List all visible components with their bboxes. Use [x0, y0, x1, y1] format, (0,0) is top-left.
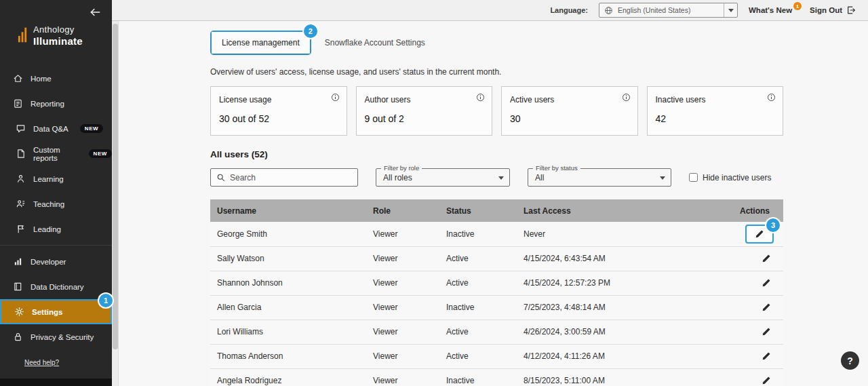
edit-button-highlight: 3	[745, 225, 774, 244]
chevron-down-icon	[728, 9, 734, 12]
cell-last-access: Never	[517, 222, 732, 246]
page-scrollbar-track[interactable]	[112, 21, 119, 386]
settings-tabs: License management 2 Snowflake Account S…	[210, 31, 783, 55]
cell-status: Inactive	[439, 295, 517, 320]
table-header-row: Username Role Status Last Access Actions	[210, 199, 783, 222]
globe-icon	[604, 6, 613, 15]
search-box[interactable]	[210, 168, 358, 187]
reporting-icon	[13, 98, 23, 109]
stat-card-license-usage: License usage 30 out of 52	[210, 86, 347, 136]
document-icon	[16, 149, 26, 159]
column-header-role: Role	[366, 199, 439, 222]
stat-value: 30 out of 52	[219, 113, 338, 124]
whats-new-label: What's New	[749, 6, 792, 14]
sign-out-icon	[846, 5, 856, 15]
bar-chart-icon	[13, 256, 23, 267]
cell-last-access: 4/15/2024, 6:43:54 AM	[517, 246, 732, 271]
edit-user-button[interactable]	[759, 374, 774, 386]
tab-snowflake-account-settings[interactable]: Snowflake Account Settings	[325, 38, 425, 47]
info-icon[interactable]	[622, 93, 631, 102]
cell-role: Viewer	[366, 271, 439, 295]
edit-user-button[interactable]	[759, 277, 774, 289]
sidebar-item-label: Reporting	[31, 100, 64, 108]
tab-license-management[interactable]: License management	[212, 32, 310, 54]
sidebar-item-learning[interactable]: Learning	[0, 166, 112, 191]
stat-label: Active users	[510, 95, 629, 104]
cell-status: Active	[439, 344, 517, 368]
sidebar-divider	[0, 245, 112, 246]
filter-by-role-dropdown[interactable]: Filter by role All roles	[376, 168, 510, 187]
sidebar-item-leading[interactable]: Leading	[0, 216, 112, 242]
help-button[interactable]: ?	[841, 351, 859, 370]
lock-icon	[13, 332, 23, 342]
whats-new-link[interactable]: What's New 1	[749, 6, 799, 14]
stat-label: Author users	[365, 95, 484, 104]
sidebar-item-label: Teaching	[33, 200, 64, 208]
sidebar-nav: Home Reporting Data Q&A NEW Custom repor…	[0, 66, 112, 349]
edit-user-button[interactable]	[759, 326, 774, 338]
sidebar-item-data-dictionary[interactable]: Data Dictionary	[0, 274, 112, 299]
cell-username: Shannon Johnson	[210, 271, 366, 295]
sidebar-item-data-qa[interactable]: Data Q&A NEW	[0, 116, 112, 141]
sidebar: Anthology Illuminate Home Reporting Data…	[0, 0, 112, 386]
cell-role: Viewer	[366, 320, 439, 344]
sidebar-item-reporting[interactable]: Reporting	[0, 91, 112, 116]
hide-inactive-users-checkbox[interactable]	[689, 173, 698, 182]
edit-user-button[interactable]	[759, 350, 774, 362]
cell-username: Thomas Anderson	[210, 344, 366, 368]
teaching-icon	[16, 199, 26, 209]
sidebar-item-developer[interactable]: Developer	[0, 249, 112, 274]
cell-last-access: 7/25/2023, 4:48:14 AM	[517, 295, 732, 320]
sign-out-button[interactable]: Sign Out	[810, 5, 856, 15]
sidebar-item-home[interactable]: Home	[0, 66, 112, 91]
stat-value: 30	[510, 113, 629, 124]
info-icon[interactable]	[767, 93, 776, 102]
search-input[interactable]	[230, 173, 352, 182]
sidebar-footer-strip	[0, 379, 112, 386]
cell-status: Active	[439, 320, 517, 344]
learning-icon	[16, 174, 26, 184]
need-help-link[interactable]: Need help?	[24, 359, 59, 366]
sidebar-item-privacy-security[interactable]: Privacy & Security	[0, 324, 112, 349]
main-content: License management 2 Snowflake Account S…	[210, 31, 783, 386]
sidebar-item-label: Learning	[33, 175, 64, 183]
stat-value: 42	[656, 113, 775, 124]
filter-by-status-dropdown[interactable]: Filter by status All	[528, 168, 671, 187]
stat-card-inactive-users: Inactive users 42	[647, 86, 784, 136]
app-window: Anthology Illuminate Home Reporting Data…	[0, 0, 868, 386]
cell-role: Viewer	[366, 222, 439, 246]
cell-status: Active	[439, 271, 517, 295]
collapse-sidebar-arrow-icon[interactable]	[89, 6, 101, 18]
annotation-step-1: 1	[99, 294, 113, 307]
stat-label: License usage	[219, 95, 338, 104]
anthology-logo-icon	[18, 24, 28, 45]
sidebar-item-teaching[interactable]: Teaching	[0, 191, 112, 216]
language-dropdown[interactable]: English (United States)	[599, 3, 738, 18]
sidebar-item-label: Leading	[33, 225, 61, 233]
column-header-last-access: Last Access	[517, 199, 732, 222]
info-icon[interactable]	[476, 93, 485, 102]
sidebar-item-label: Settings	[32, 308, 62, 316]
stat-card-author-users: Author users 9 out of 2	[356, 86, 493, 136]
sidebar-item-label: Data Dictionary	[31, 283, 84, 291]
chevron-down-icon	[498, 176, 504, 180]
stat-label: Inactive users	[656, 95, 775, 104]
sign-out-label: Sign Out	[810, 6, 842, 14]
page-scrollbar-thumb[interactable]	[113, 24, 118, 349]
sidebar-item-settings[interactable]: Settings 1	[0, 299, 112, 324]
home-icon	[13, 73, 23, 83]
edit-user-button[interactable]	[752, 228, 767, 240]
table-row: Allen Garcia Viewer Inactive 7/25/2023, …	[210, 295, 783, 320]
page-description: Overview of users' access, license usage…	[210, 67, 783, 77]
info-icon[interactable]	[331, 93, 340, 102]
cell-status: Inactive	[439, 368, 517, 386]
filter-by-status-label: Filter by status	[533, 164, 580, 172]
table-row: Lori Williams Viewer Active 4/26/2024, 3…	[210, 320, 783, 344]
users-table: Username Role Status Last Access Actions…	[210, 199, 783, 386]
edit-user-button[interactable]	[759, 252, 774, 265]
sidebar-item-custom-reports[interactable]: Custom reports NEW	[0, 141, 112, 166]
annotation-step-3: 3	[766, 218, 780, 232]
hide-inactive-users-toggle[interactable]: Hide inactive users	[689, 173, 771, 182]
edit-user-button[interactable]	[759, 301, 774, 313]
language-caret[interactable]	[724, 3, 737, 17]
